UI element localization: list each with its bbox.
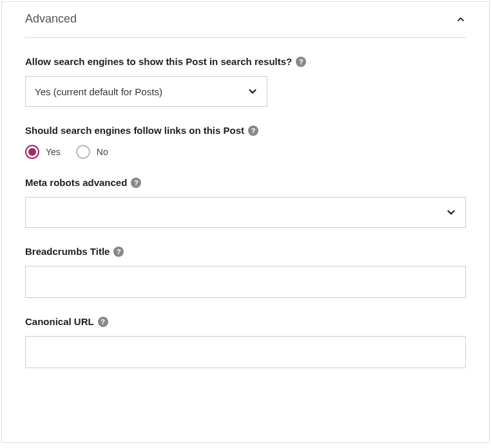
radio-label: Yes <box>46 147 61 157</box>
field-canonical: Canonical URL ? <box>25 316 466 368</box>
field-label: Breadcrumbs Title ? <box>25 246 466 257</box>
field-label: Meta robots advanced ? <box>25 177 466 188</box>
help-icon[interactable]: ? <box>296 57 306 67</box>
label-text: Should search engines follow links on th… <box>25 125 244 136</box>
panel-title: Advanced <box>25 12 77 26</box>
advanced-panel: Advanced Allow search engines to show th… <box>1 1 490 443</box>
field-label: Should search engines follow links on th… <box>25 125 466 136</box>
label-text: Breadcrumbs Title <box>25 246 110 257</box>
field-meta-robots: Meta robots advanced ? <box>25 177 466 228</box>
radio-no[interactable]: No <box>76 145 108 159</box>
radio-indicator <box>76 145 90 159</box>
field-breadcrumbs: Breadcrumbs Title ? <box>25 246 466 298</box>
follow-links-radio-group: Yes No <box>25 145 466 159</box>
select-value: Yes (current default for Posts) <box>35 86 162 97</box>
radio-indicator <box>25 145 39 159</box>
meta-robots-select[interactable] <box>25 197 466 228</box>
canonical-input[interactable] <box>25 336 466 368</box>
label-text: Meta robots advanced <box>25 177 127 188</box>
field-label: Allow search engines to show this Post i… <box>25 56 466 67</box>
radio-label: No <box>97 147 108 157</box>
label-text: Canonical URL <box>25 316 94 327</box>
field-label: Canonical URL ? <box>25 316 466 327</box>
allow-search-select[interactable]: Yes (current default for Posts) <box>25 76 267 107</box>
breadcrumbs-input[interactable] <box>25 266 466 298</box>
radio-yes[interactable]: Yes <box>25 145 61 159</box>
panel-header[interactable]: Advanced <box>25 2 466 38</box>
help-icon[interactable]: ? <box>131 178 141 188</box>
label-text: Allow search engines to show this Post i… <box>25 56 292 67</box>
help-icon[interactable]: ? <box>98 317 108 327</box>
field-follow-links: Should search engines follow links on th… <box>25 125 466 159</box>
field-allow-search: Allow search engines to show this Post i… <box>25 56 466 107</box>
radio-dot <box>28 148 36 156</box>
chevron-up-icon <box>456 14 466 24</box>
help-icon[interactable]: ? <box>113 247 124 257</box>
help-icon[interactable]: ? <box>248 126 258 136</box>
